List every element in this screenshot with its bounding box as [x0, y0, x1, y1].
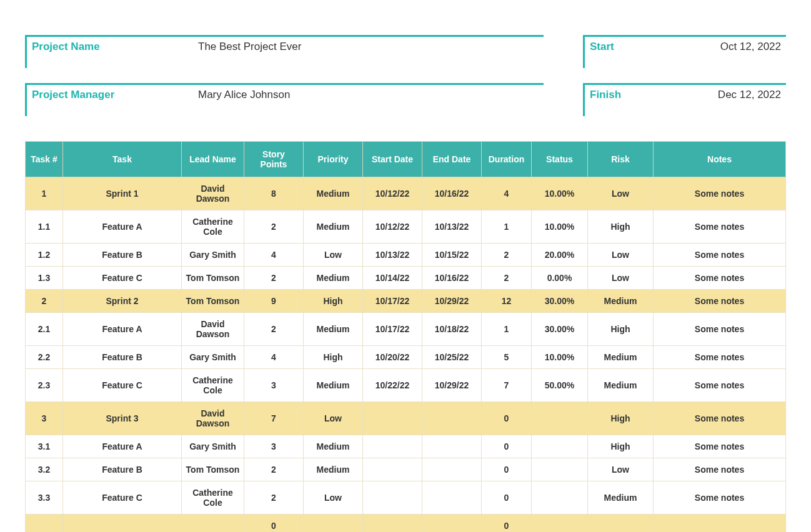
table-row[interactable]: 1Sprint 1David Dawson8Medium10/12/2210/1…	[26, 177, 786, 210]
cell-priority[interactable]: High	[304, 290, 363, 313]
cell-priority[interactable]: High	[304, 346, 363, 369]
cell-risk[interactable]: Low	[588, 244, 654, 267]
col-end[interactable]: End Date	[422, 142, 482, 177]
cell-start[interactable]: 10/17/22	[363, 313, 422, 346]
cell-task[interactable]	[63, 515, 182, 533]
cell-task-num[interactable]: 3.1	[26, 435, 63, 458]
table-row[interactable]: 3.1Feature AGary Smith3Medium0HighSome n…	[26, 435, 786, 458]
cell-status[interactable]: 0.00%	[532, 267, 588, 290]
tasks-table[interactable]: Task # Task Lead Name Story Points Prior…	[25, 141, 786, 532]
project-name-value[interactable]: The Best Project Ever	[193, 35, 544, 68]
cell-end[interactable]	[422, 435, 482, 458]
col-lead[interactable]: Lead Name	[182, 142, 244, 177]
cell-lead[interactable]: Catherine Cole	[182, 210, 244, 244]
cell-notes[interactable]: Some notes	[654, 402, 786, 435]
cell-duration[interactable]: 1	[482, 313, 532, 346]
table-row[interactable]: 2.1Feature ADavid Dawson2Medium10/17/221…	[26, 313, 786, 346]
cell-status[interactable]: 50.00%	[532, 369, 588, 402]
table-row[interactable]: 3Sprint 3David Dawson7Low0HighSome notes	[26, 402, 786, 435]
cell-duration[interactable]: 5	[482, 346, 532, 369]
table-row[interactable]: 2Sprint 2Tom Tomson9High10/17/2210/29/22…	[26, 290, 786, 313]
col-duration[interactable]: Duration	[482, 142, 532, 177]
cell-risk[interactable]: High	[588, 402, 654, 435]
cell-task[interactable]: Sprint 3	[63, 402, 182, 435]
cell-priority[interactable]	[304, 515, 363, 533]
cell-points[interactable]: 8	[244, 177, 304, 210]
cell-end[interactable]: 10/18/22	[422, 313, 482, 346]
cell-risk[interactable]: Medium	[588, 346, 654, 369]
cell-points[interactable]: 9	[244, 290, 304, 313]
cell-points[interactable]: 4	[244, 346, 304, 369]
cell-duration[interactable]: 1	[482, 210, 532, 244]
cell-status[interactable]: 30.00%	[532, 290, 588, 313]
cell-start[interactable]	[363, 481, 422, 515]
cell-points[interactable]: 3	[244, 435, 304, 458]
cell-notes[interactable]: Some notes	[654, 313, 786, 346]
cell-priority[interactable]: Low	[304, 244, 363, 267]
cell-priority[interactable]: Medium	[304, 369, 363, 402]
cell-duration[interactable]: 7	[482, 369, 532, 402]
cell-task[interactable]: Feature A	[63, 313, 182, 346]
cell-points[interactable]: 2	[244, 210, 304, 244]
cell-task-num[interactable]: 3.2	[26, 458, 63, 481]
cell-task[interactable]: Sprint 2	[63, 290, 182, 313]
cell-notes[interactable]: Some notes	[654, 290, 786, 313]
cell-start[interactable]: 10/12/22	[363, 177, 422, 210]
cell-risk[interactable]: High	[588, 435, 654, 458]
cell-priority[interactable]: Medium	[304, 435, 363, 458]
cell-duration[interactable]: 12	[482, 290, 532, 313]
table-row[interactable]: 3.2Feature BTom Tomson2Medium0LowSome no…	[26, 458, 786, 481]
cell-status[interactable]: 30.00%	[532, 313, 588, 346]
cell-notes[interactable]: Some notes	[654, 346, 786, 369]
cell-notes[interactable]: Some notes	[654, 244, 786, 267]
cell-lead[interactable]: Gary Smith	[182, 435, 244, 458]
cell-notes[interactable]: Some notes	[654, 481, 786, 515]
cell-priority[interactable]: Medium	[304, 177, 363, 210]
cell-end[interactable]: 10/16/22	[422, 177, 482, 210]
cell-notes[interactable]: Some notes	[654, 267, 786, 290]
cell-end[interactable]: 10/29/22	[422, 369, 482, 402]
table-row[interactable]: 2.2Feature BGary Smith4High10/20/2210/25…	[26, 346, 786, 369]
cell-risk[interactable]	[588, 515, 654, 533]
cell-status[interactable]	[532, 458, 588, 481]
cell-notes[interactable]: Some notes	[654, 435, 786, 458]
cell-duration[interactable]: 0	[482, 481, 532, 515]
table-row[interactable]: 2.3Feature CCatherine Cole3Medium10/22/2…	[26, 369, 786, 402]
cell-points[interactable]: 2	[244, 458, 304, 481]
cell-priority[interactable]: Medium	[304, 313, 363, 346]
cell-status[interactable]: 10.00%	[532, 210, 588, 244]
cell-task-num[interactable]: 2	[26, 290, 63, 313]
col-notes[interactable]: Notes	[654, 142, 786, 177]
cell-lead[interactable]: Tom Tomson	[182, 267, 244, 290]
cell-task-num[interactable]	[26, 515, 63, 533]
cell-task[interactable]: Feature C	[63, 267, 182, 290]
cell-task-num[interactable]: 1.2	[26, 244, 63, 267]
table-row[interactable]: 00	[26, 515, 786, 533]
cell-risk[interactable]: High	[588, 210, 654, 244]
cell-risk[interactable]: Medium	[588, 369, 654, 402]
cell-start[interactable]	[363, 435, 422, 458]
cell-task-num[interactable]: 2.1	[26, 313, 63, 346]
cell-task-num[interactable]: 2.2	[26, 346, 63, 369]
cell-notes[interactable]: Some notes	[654, 369, 786, 402]
col-task-num[interactable]: Task #	[26, 142, 63, 177]
cell-duration[interactable]: 2	[482, 267, 532, 290]
finish-date-value[interactable]: Dec 12, 2022	[654, 83, 786, 116]
cell-end[interactable]: 10/29/22	[422, 290, 482, 313]
cell-notes[interactable]: Some notes	[654, 210, 786, 244]
cell-duration[interactable]: 0	[482, 458, 532, 481]
cell-status[interactable]: 20.00%	[532, 244, 588, 267]
cell-task[interactable]: Feature B	[63, 346, 182, 369]
cell-notes[interactable]: Some notes	[654, 177, 786, 210]
cell-points[interactable]: 0	[244, 515, 304, 533]
cell-priority[interactable]: Low	[304, 402, 363, 435]
cell-duration[interactable]: 0	[482, 402, 532, 435]
cell-risk[interactable]: Medium	[588, 481, 654, 515]
cell-start[interactable]	[363, 458, 422, 481]
table-row[interactable]: 1.1Feature ACatherine Cole2Medium10/12/2…	[26, 210, 786, 244]
cell-lead[interactable]: David Dawson	[182, 177, 244, 210]
cell-lead[interactable]: Gary Smith	[182, 346, 244, 369]
cell-risk[interactable]: Low	[588, 177, 654, 210]
cell-lead[interactable]: Tom Tomson	[182, 458, 244, 481]
cell-task[interactable]: Feature B	[63, 458, 182, 481]
